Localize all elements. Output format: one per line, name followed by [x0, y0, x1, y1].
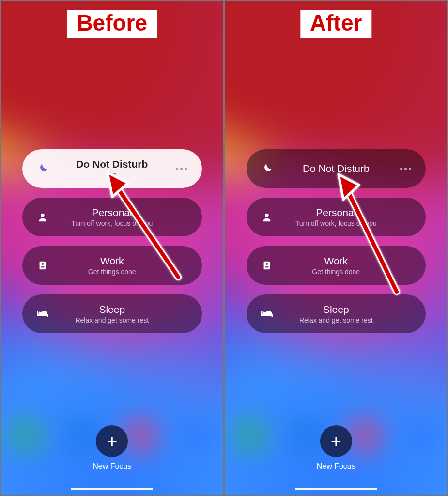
badge-icon	[258, 260, 276, 271]
panel-after: After Do Not Disturb Personal Turn off w…	[224, 0, 448, 496]
svg-rect-12	[263, 262, 270, 270]
annotation-label-after: After	[300, 10, 371, 38]
svg-point-7	[38, 311, 41, 314]
svg-point-18	[263, 311, 265, 314]
new-focus-button[interactable]: +	[96, 425, 128, 457]
svg-rect-1	[40, 262, 46, 270]
focus-item-text: Personal Turn off work, focus on you	[51, 207, 173, 227]
bed-icon	[258, 309, 276, 319]
focus-item-title: Work	[51, 255, 173, 267]
focus-item-text: Sleep Relax and get some rest	[51, 304, 173, 324]
focus-mode-list: Do Not Disturb Personal Turn off work, f…	[247, 149, 426, 333]
focus-item-text: Work Get things done	[51, 255, 173, 276]
svg-rect-4	[37, 314, 48, 316]
focus-item-text: Do Not Disturb On	[51, 158, 173, 179]
focus-item-personal[interactable]: Personal Turn off work, focus on you	[22, 198, 202, 236]
more-options-icon[interactable]	[173, 168, 190, 170]
focus-item-work[interactable]: Work Get things done	[22, 246, 202, 285]
focus-item-title: Personal	[51, 207, 173, 218]
svg-rect-17	[271, 314, 273, 317]
svg-point-13	[265, 263, 267, 265]
focus-item-text: Sleep Relax and get some rest	[276, 304, 397, 324]
svg-point-11	[265, 214, 268, 217]
focus-item-sleep[interactable]: Sleep Relax and get some rest	[22, 294, 202, 333]
svg-rect-3	[41, 266, 44, 268]
svg-rect-6	[47, 314, 49, 317]
focus-item-subtitle: Relax and get some rest	[276, 316, 397, 324]
focus-item-sleep[interactable]: Sleep Relax and get some rest	[247, 294, 426, 333]
focus-item-title: Personal	[276, 207, 397, 218]
focus-item-subtitle: Get things done	[51, 268, 173, 276]
new-focus: + New Focus	[317, 425, 355, 471]
focus-item-text: Do Not Disturb	[276, 163, 397, 174]
annotation-label-before: Before	[67, 10, 157, 38]
new-focus-label: New Focus	[93, 462, 131, 471]
svg-point-2	[42, 263, 44, 265]
panel-before: Before Do Not Disturb On Personal Turn o…	[0, 0, 224, 496]
svg-rect-14	[265, 266, 268, 268]
moon-icon	[258, 162, 276, 175]
badge-icon	[34, 260, 51, 271]
home-indicator[interactable]	[295, 488, 377, 490]
focus-item-do-not-disturb[interactable]: Do Not Disturb On	[22, 149, 202, 188]
person-icon	[258, 212, 276, 222]
more-options-icon[interactable]	[397, 168, 414, 170]
bed-icon	[34, 309, 51, 319]
focus-item-text: Work Get things done	[276, 255, 397, 276]
focus-item-text: Personal Turn off work, focus on you	[276, 207, 397, 227]
new-focus-label: New Focus	[317, 462, 355, 471]
person-icon	[34, 212, 51, 222]
focus-item-subtitle: Turn off work, focus on you	[276, 219, 397, 227]
focus-item-work[interactable]: Work Get things done	[247, 246, 426, 285]
focus-item-subtitle: Get things done	[276, 268, 397, 276]
focus-item-personal[interactable]: Personal Turn off work, focus on you	[247, 198, 426, 236]
focus-item-do-not-disturb[interactable]: Do Not Disturb	[247, 149, 426, 188]
svg-point-0	[41, 214, 44, 217]
new-focus: + New Focus	[93, 425, 131, 471]
focus-item-subtitle: Turn off work, focus on you	[51, 219, 173, 227]
focus-item-title: Sleep	[276, 304, 397, 315]
focus-item-status: On	[51, 171, 173, 179]
svg-rect-5	[37, 311, 38, 316]
focus-item-title: Work	[276, 255, 397, 267]
svg-rect-16	[261, 311, 263, 316]
home-indicator[interactable]	[71, 488, 153, 490]
focus-item-title: Do Not Disturb	[51, 158, 173, 170]
focus-item-title: Do Not Disturb	[276, 163, 397, 174]
new-focus-button[interactable]: +	[320, 425, 352, 457]
focus-item-title: Sleep	[51, 304, 173, 315]
moon-icon	[34, 162, 51, 175]
svg-rect-15	[261, 314, 273, 316]
focus-item-subtitle: Relax and get some rest	[51, 316, 173, 324]
focus-mode-list: Do Not Disturb On Personal Turn off work…	[22, 149, 202, 333]
